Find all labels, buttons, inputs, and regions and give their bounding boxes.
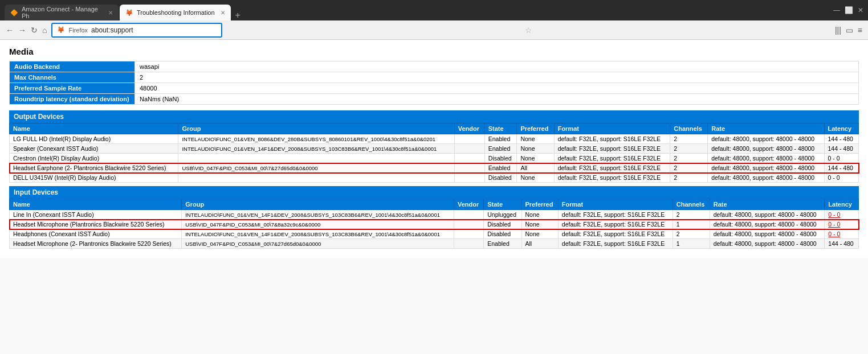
minimize-button[interactable]: — (833, 6, 840, 14)
media-info-key: Preferred Sample Rate (10, 83, 135, 94)
back-button[interactable]: ← (6, 26, 14, 35)
bookmarks-icon[interactable]: ||| (835, 26, 841, 35)
latency-value: 0 - 0 (828, 230, 840, 237)
latency-value: 0 - 0 (828, 211, 840, 218)
column-header: Rate (710, 199, 825, 210)
table-row: Speaker (Conexant ISST Audio)INTELAUDIO\… (10, 144, 859, 154)
table-cell: Unplugged (484, 210, 521, 220)
output-devices-header: Output Devices (9, 110, 859, 123)
table-cell: default: F32LE, support: S16LE F32LE (554, 154, 670, 163)
table-cell: USB\VID_047F&PID_C053&MI_00\7&27d65d0&0&… (178, 163, 454, 173)
address-bar[interactable]: 🦊 Firefox about:support (51, 23, 222, 38)
menu-icon[interactable]: ≡ (858, 26, 862, 35)
table-cell: default: F32LE, support: S16LE F32LE (558, 229, 673, 239)
table-cell: default: F32LE, support: S16LE F32LE (558, 239, 673, 249)
browser-chrome: 🔶 Amazon Connect - Manage Ph ✕ 🦊 Trouble… (0, 0, 868, 20)
media-section-title: Media (9, 47, 859, 56)
table-cell: 144 - 480 (825, 239, 859, 249)
table-cell: Line In (Conexant ISST Audio) (10, 210, 182, 220)
table-cell: None (517, 134, 554, 144)
maximize-button[interactable]: ⬜ (845, 6, 853, 14)
table-cell: 2 (670, 154, 708, 163)
table-cell: 144 - 480 (824, 134, 858, 144)
table-cell: default: F32LE, support: S16LE F32LE (554, 134, 670, 144)
address-text: about:support (91, 26, 133, 34)
table-cell: 144 - 480 (824, 163, 858, 173)
reload-button[interactable]: ↻ (31, 26, 38, 35)
table-cell: Enabled (484, 239, 521, 249)
forward-button[interactable]: → (18, 26, 26, 35)
column-header: Vendor (454, 124, 484, 134)
table-cell: default: F32LE, support: S16LE F32LE (554, 173, 670, 183)
output-devices-table: NameGroupVendorStatePreferredFormatChann… (9, 123, 859, 183)
new-tab-button[interactable]: + (232, 10, 244, 20)
table-cell: Headset Microphone (Plantronics Blackwir… (10, 220, 182, 229)
table-cell: default: 48000, support: 48000 - 48000 (708, 154, 824, 163)
media-info-table: Audio BackendwasapiMax Channels2Preferre… (9, 61, 859, 105)
table-cell: Disabled (484, 229, 521, 239)
media-info-row: Preferred Sample Rate48000 (10, 83, 859, 94)
tab-close-amazon[interactable]: ✕ (108, 10, 113, 16)
media-info-value: 2 (135, 72, 859, 83)
column-header: Channels (673, 199, 710, 210)
page-content: Media Audio BackendwasapiMax Channels2Pr… (0, 40, 868, 258)
tab-favicon-troubleshooting: 🦊 (125, 9, 133, 17)
table-cell: 1 (673, 220, 710, 229)
sidebar-icon[interactable]: ▭ (846, 26, 853, 35)
table-cell: Disabled (484, 220, 521, 229)
table-row: LG FULL HD (Intel(R) Display Audio)INTEL… (10, 134, 859, 144)
table-cell: default: 48000, support: 48000 - 48000 (708, 173, 824, 183)
table-cell: 2 (670, 134, 708, 144)
bookmark-star-icon[interactable]: ☆ (525, 26, 532, 35)
firefox-icon: 🦊 (57, 26, 65, 34)
table-cell (454, 163, 484, 173)
tab-amazon-connect[interactable]: 🔶 Amazon Connect - Manage Ph ✕ (5, 5, 119, 20)
media-info-key: Audio Backend (10, 61, 135, 72)
table-row: Headphones (Conexant ISST Audio)INTELAUD… (10, 229, 859, 239)
media-info-key: Roundtrip latency (standard deviation) (10, 94, 135, 105)
table-row: Headset Microphone (Plantronics Blackwir… (10, 220, 859, 229)
table-cell: 0 - 0 (824, 154, 858, 163)
table-cell: 2 (670, 144, 708, 154)
table-cell: None (517, 173, 554, 183)
table-cell: default: 48000, support: 48000 - 48000 (710, 239, 825, 249)
tab-favicon-amazon: 🔶 (10, 9, 18, 17)
table-cell: None (521, 210, 558, 220)
table-cell: 2 (673, 229, 710, 239)
table-cell: 0 - 0 (824, 173, 858, 183)
column-header: Format (554, 124, 670, 134)
table-cell: default: 48000, support: 48000 - 48000 (710, 229, 825, 239)
table-cell (454, 229, 483, 239)
table-row: Headset Earphone (2- Plantronics Blackwi… (10, 163, 859, 173)
column-header: Vendor (454, 199, 483, 210)
table-cell: default: 48000, support: 48000 - 48000 (710, 210, 825, 220)
table-cell (178, 154, 454, 163)
home-button[interactable]: ⌂ (42, 26, 47, 35)
close-button[interactable]: ✕ (858, 6, 863, 14)
table-cell: None (517, 154, 554, 163)
table-cell: default: 48000, support: 48000 - 48000 (710, 220, 825, 229)
window-controls: — ⬜ ✕ (833, 6, 863, 14)
table-cell: INTELAUDIO\FUNC_01&VEN_8086&DEV_280B&SUB… (178, 134, 454, 144)
table-cell: Disabled (484, 173, 517, 183)
table-cell: 1 (673, 239, 710, 249)
media-info-row: Roundtrip latency (standard deviation)Na… (10, 94, 859, 105)
tab-troubleshooting[interactable]: 🦊 Troubleshooting Information ✕ (120, 5, 231, 20)
tab-close-troubleshooting[interactable]: ✕ (221, 10, 225, 16)
table-cell (454, 173, 484, 183)
media-info-row: Max Channels2 (10, 72, 859, 83)
table-cell: 2 (670, 173, 708, 183)
input-devices-table: NameGroupVendorStatePreferredFormatChann… (9, 199, 859, 249)
table-row: DELL U3415W (Intel(R) Display Audio)Disa… (10, 173, 859, 183)
column-header: Latency (824, 124, 858, 134)
table-cell: Disabled (484, 154, 517, 163)
table-row: Headset Microphone (2- Plantronics Black… (10, 239, 859, 249)
media-info-value: 48000 (135, 83, 859, 94)
table-cell: default: 48000, support: 48000 - 48000 (708, 144, 824, 154)
input-devices-header: Input Devices (9, 186, 859, 199)
table-cell (178, 173, 454, 183)
table-cell: All (517, 163, 554, 173)
column-header: Preferred (517, 124, 554, 134)
media-info-value: NaNms (NaN) (135, 94, 859, 105)
table-cell: default: F32LE, support: S16LE F32LE (558, 210, 673, 220)
